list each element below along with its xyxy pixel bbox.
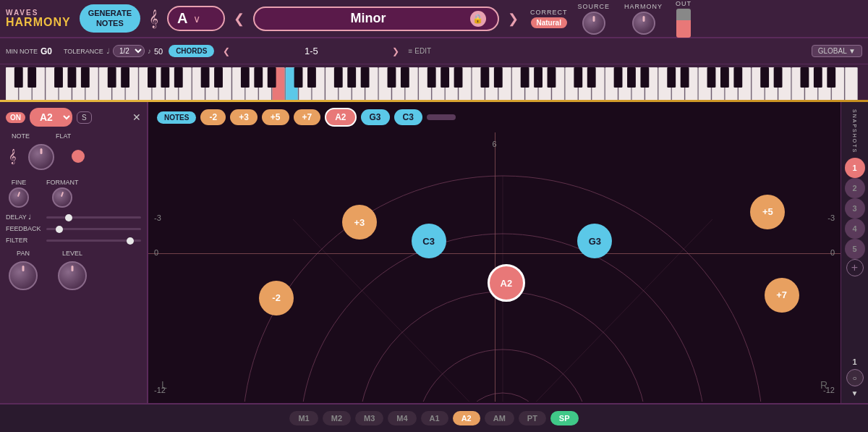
note-label: NOTE xyxy=(12,132,30,140)
edit-button[interactable]: ≡ EDIT xyxy=(408,47,431,55)
svg-rect-68 xyxy=(81,67,90,88)
fine-knob[interactable] xyxy=(9,187,29,208)
notes-button[interactable]: NOTES xyxy=(157,111,196,124)
voice-node-plus5[interactable]: +5 xyxy=(750,195,785,229)
voice-node-plus7[interactable]: +7 xyxy=(765,278,799,313)
snapshots-panel: SNAPSHOTS 1 2 3 4 5 + 1 ○ ▼ xyxy=(841,102,868,403)
chord-range: 1-5 xyxy=(239,46,383,56)
svg-rect-65 xyxy=(27,67,36,88)
note-chip-A2[interactable]: A2 xyxy=(325,108,356,127)
svg-rect-106 xyxy=(800,67,809,88)
voice-node-minus2[interactable]: -2 xyxy=(259,281,294,315)
s-button[interactable]: S xyxy=(77,111,92,124)
min-note-value: G0 xyxy=(41,46,52,56)
mode-btn-M2[interactable]: M2 xyxy=(323,411,351,425)
filter-thumb[interactable] xyxy=(127,237,134,245)
on-button[interactable]: ON xyxy=(6,112,25,123)
delay-thumb[interactable] xyxy=(65,214,72,221)
correct-natural-badge[interactable]: Natural xyxy=(531,17,567,28)
scale-next-arrow[interactable]: ❯ xyxy=(505,11,522,27)
radar-container: 6 0 -3 -12 0 -3 -12 L R -2 +3 +5 +7 C3 G… xyxy=(148,132,841,402)
key-selector[interactable]: A ∨ xyxy=(167,6,225,31)
filter-slider-row: FILTER xyxy=(6,237,141,244)
filter-label: FILTER xyxy=(6,237,42,244)
pan-knob[interactable] xyxy=(9,261,38,290)
mode-btn-A2[interactable]: A2 xyxy=(453,411,480,425)
svg-rect-109 xyxy=(148,132,841,402)
chord-prev-arrow[interactable]: ❮ xyxy=(220,46,233,56)
note-chip-plus7[interactable]: +7 xyxy=(294,109,321,125)
piano-keyboard[interactable] xyxy=(6,67,862,101)
mode-btn-M3[interactable]: M3 xyxy=(355,411,383,425)
snapshot-add-button[interactable]: + xyxy=(846,259,864,276)
formant-knob[interactable] xyxy=(52,187,72,208)
filter-track[interactable] xyxy=(46,240,141,242)
mode-btn-PT[interactable]: PT xyxy=(519,411,546,425)
voice-select[interactable]: A2 A1 G3 C3 xyxy=(30,108,72,127)
axis-label-top: 6 xyxy=(492,140,496,148)
flat-indicator[interactable] xyxy=(72,150,85,163)
side-knob-small[interactable]: ○ xyxy=(846,369,864,386)
svg-rect-78 xyxy=(268,67,276,88)
source-knob[interactable] xyxy=(582,12,605,35)
side-down-icon[interactable]: ▼ xyxy=(851,389,859,397)
note-chip-G3[interactable]: G3 xyxy=(361,109,390,125)
mode-btn-AM[interactable]: AM xyxy=(485,411,514,425)
note-chip-empty[interactable] xyxy=(427,114,456,120)
note-knob[interactable] xyxy=(28,144,54,170)
svg-rect-77 xyxy=(254,67,263,88)
delay-track[interactable] xyxy=(46,216,141,219)
harmony-knob[interactable] xyxy=(632,12,655,35)
time-select[interactable]: 1/2 1/4 1/8 xyxy=(113,45,145,57)
note-chip-C3[interactable]: C3 xyxy=(394,109,422,125)
lock-icon[interactable]: 🔒 xyxy=(470,11,486,27)
mode-btn-M1[interactable]: M1 xyxy=(289,411,318,425)
note-chip-plus3[interactable]: +3 xyxy=(230,109,258,125)
global-button[interactable]: GLOBAL ▼ xyxy=(812,45,862,57)
scale-selector[interactable]: Minor 🔒 xyxy=(253,7,499,31)
svg-rect-93 xyxy=(548,67,556,88)
time-icon: ♩ xyxy=(106,47,110,55)
snapshot-btn-3[interactable]: 3 xyxy=(845,198,865,219)
snapshot-btn-1[interactable]: 1 xyxy=(845,158,865,178)
svg-rect-84 xyxy=(388,67,396,88)
radar-svg xyxy=(148,132,841,402)
generate-notes-button[interactable]: GENERATENOTES xyxy=(80,4,140,32)
axis-label-R: R xyxy=(820,379,827,391)
voice-node-C3[interactable]: C3 xyxy=(412,224,446,258)
source-label: SOURCE xyxy=(577,3,610,10)
svg-rect-66 xyxy=(54,67,63,88)
close-button[interactable]: ✕ xyxy=(132,111,141,123)
out-label: OUT xyxy=(676,0,692,7)
mode-btn-M4[interactable]: M4 xyxy=(388,411,416,425)
svg-rect-103 xyxy=(733,67,742,88)
chords-button[interactable]: CHORDS xyxy=(169,45,214,57)
voice-header: ON A2 A1 G3 C3 S ✕ xyxy=(6,108,141,127)
center-stage: NOTES -2 +3 +5 +7 A2 G3 C3 xyxy=(148,102,841,403)
note-chip-plus5[interactable]: +5 xyxy=(262,109,289,125)
harmony-label: HARMONY xyxy=(624,3,663,10)
svg-rect-69 xyxy=(108,67,116,88)
mode-btn-SP[interactable]: SP xyxy=(550,411,579,425)
scale-prev-arrow[interactable]: ❮ xyxy=(231,11,247,27)
svg-rect-76 xyxy=(241,67,250,88)
formant-label: FORMANT xyxy=(46,179,79,186)
voice-node-A2[interactable]: A2 xyxy=(488,264,525,302)
key-dropdown-icon[interactable]: ∨ xyxy=(193,13,200,25)
note-chip-minus2[interactable]: -2 xyxy=(200,109,226,125)
svg-rect-86 xyxy=(427,67,436,88)
feedback-thumb[interactable] xyxy=(56,226,63,233)
snapshot-btn-5[interactable]: 5 xyxy=(845,239,865,259)
snapshot-btn-4[interactable]: 4 xyxy=(845,219,865,239)
mode-btn-A1[interactable]: A1 xyxy=(421,411,448,425)
logo-harmony: HARMONY xyxy=(6,17,71,28)
snapshot-btn-2[interactable]: 2 xyxy=(845,178,865,198)
snapshots-label: SNAPSHOTS xyxy=(852,109,857,153)
feedback-track[interactable] xyxy=(46,228,141,230)
level-knob[interactable] xyxy=(58,261,87,290)
chord-next-arrow[interactable]: ❯ xyxy=(389,46,402,56)
svg-rect-107 xyxy=(814,67,822,88)
svg-rect-91 xyxy=(521,67,529,88)
out-fader[interactable] xyxy=(676,9,691,38)
side-count: 1 xyxy=(852,357,856,366)
